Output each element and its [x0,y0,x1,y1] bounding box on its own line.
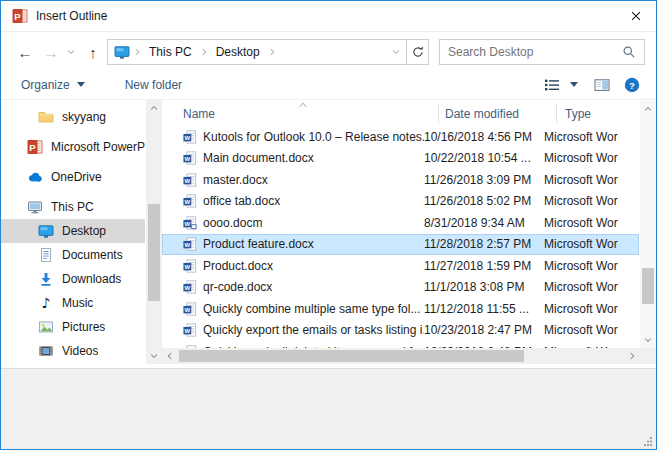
scroll-down-icon[interactable] [146,348,162,364]
scroll-up-icon[interactable] [640,101,656,117]
file-row[interactable]: Quickly mark all deleted items as read f… [162,341,639,348]
file-name-cell: master.docx [162,173,424,187]
organize-button[interactable]: Organize [15,78,91,92]
file-name-text: Kutools for Outlook 10.0 – Release notes… [203,130,424,144]
file-row[interactable]: Kutools for Outlook 10.0 – Release notes… [162,126,639,148]
scroll-down-icon[interactable] [640,332,656,348]
sidebar-item-skyyang[interactable]: skyyang [1,105,145,129]
chevron-down-icon [391,47,401,57]
folder-icon [38,109,54,125]
sidebar-item-onedrive[interactable]: OneDrive [1,165,145,189]
file-row[interactable]: Quickly export the emails or tasks listi… [162,320,639,342]
list-horizontal-scrollbar[interactable] [162,348,640,364]
file-row[interactable]: office tab.docx 11/26/2018 5:02 PM Micro… [162,191,639,213]
horizontal-scrollbar-thumb[interactable] [179,350,524,362]
file-row[interactable]: Main document.docx 10/22/2018 10:54 ... … [162,148,639,170]
search-icon[interactable] [622,45,636,59]
file-name-cell: Quickly combine multiple same type fol..… [162,302,424,316]
address-bar[interactable]: This PCDesktop [107,39,429,65]
desktop-icon [38,223,54,239]
sidebar-item-music[interactable]: Music [1,291,145,315]
file-row[interactable]: Product.docx 11/27/2018 1:59 PM Microsof… [162,255,639,277]
file-type-cell: Microsoft Wor [544,280,639,294]
sidebar-item-documents[interactable]: Documents [1,243,145,267]
preview-pane-icon[interactable] [594,77,610,93]
file-date-cell: 11/26/2018 3:09 PM [424,173,544,187]
file-date-cell: 11/28/2018 2:57 PM [424,237,544,251]
file-type-cell: Microsoft Wor [544,130,639,144]
file-name-cell: office tab.docx [162,194,424,208]
chevron-left-icon [165,351,175,361]
dialog-footer: File name: All Outlines (*.txt;*.rtf;*.d… [1,368,656,449]
close-button[interactable] [616,1,656,31]
file-row[interactable]: Product feature.docx 11/28/2018 2:57 PM … [162,234,639,256]
sidebar-item-label: Videos [62,344,98,358]
column-divider[interactable] [438,104,439,123]
file-name-text: Main document.docx [203,151,314,165]
scrollbar-corner [640,348,657,364]
column-header-type[interactable]: Type [565,107,640,121]
list-view-icon[interactable] [544,77,560,93]
chevron-down-icon [149,351,159,361]
sidebar-item-videos[interactable]: Videos [1,339,145,363]
file-row[interactable]: qr-code.docx 11/1/2018 3:08 PM Microsoft… [162,277,639,299]
file-row[interactable]: master.docx 11/26/2018 3:09 PM Microsoft… [162,169,639,191]
file-name-text: oooo.docm [203,216,262,230]
file-row[interactable]: oooo.docm 8/31/2018 9:34 AM Microsoft Wo… [162,212,639,234]
column-header-date-modified[interactable]: Date modified [445,107,565,121]
desktop-icon [114,44,130,60]
history-dropdown-button[interactable] [63,41,79,63]
chevron-right-icon [132,47,142,57]
sidebar-scrollbar-thumb[interactable] [148,204,160,301]
chevron-down-icon [643,335,653,345]
new-folder-button[interactable]: New folder [119,78,188,92]
worddoc-icon [183,237,197,251]
downloads-icon [38,271,54,287]
file-list: Kutools for Outlook 10.0 – Release notes… [162,126,639,348]
scroll-right-icon[interactable] [624,348,640,364]
music-icon [38,295,54,311]
list-vertical-scrollbar[interactable] [640,101,656,348]
file-row[interactable]: Quickly combine multiple same type fol..… [162,298,639,320]
list-scrollbar-thumb[interactable] [642,268,654,304]
worddoc-icon [183,323,197,337]
sidebar-item-label: Downloads [62,272,121,286]
up-button[interactable]: ↑ [81,41,105,63]
column-divider[interactable] [556,104,557,123]
dialog-title: Insert Outline [36,9,107,23]
file-type-cell: Microsoft Wor [544,216,639,230]
sidebar-item-desktop[interactable]: Desktop [1,219,145,243]
insert-outline-dialog: Insert Outline ← → ↑ This PCDesktop [0,0,657,450]
sidebar-item-this-pc[interactable]: This PC [1,195,145,219]
title-bar: Insert Outline [1,1,656,32]
resize-grip-icon[interactable] [643,436,653,446]
breadcrumb-item-desktop[interactable]: Desktop [211,45,265,59]
back-button[interactable]: ← [13,41,37,63]
chevron-up-icon [149,103,159,113]
views-dropdown-icon[interactable] [570,82,578,87]
worddoc-icon [183,302,197,316]
sidebar-scrollbar[interactable] [146,100,162,364]
scroll-up-icon[interactable] [146,100,162,116]
help-icon[interactable] [624,77,640,93]
search-input[interactable] [440,45,622,59]
worddoc-icon [183,259,197,273]
breadcrumb-item-this-pc[interactable]: This PC [144,45,197,59]
address-row: ← → ↑ This PCDesktop [1,33,656,70]
sidebar-item-downloads[interactable]: Downloads [1,267,145,291]
search-box [439,39,645,65]
chevron-right-icon [267,47,277,57]
address-dropdown-button[interactable] [386,40,406,64]
refresh-icon [411,45,425,59]
navigation-pane: skyyang Microsoft PowerP OneDrive This P… [1,100,145,363]
worddoc-icon [183,194,197,208]
forward-button[interactable]: → [39,41,63,63]
scroll-left-icon[interactable] [162,348,178,364]
sidebar-item-microsoft-powerp[interactable]: Microsoft PowerP [1,135,145,159]
new-folder-label: New folder [125,78,182,92]
sidebar-item-pictures[interactable]: Pictures [1,315,145,339]
file-date-cell: 11/27/2018 1:59 PM [424,259,544,273]
refresh-button[interactable] [406,40,428,64]
file-date-cell: 11/1/2018 3:08 PM [424,280,544,294]
sidebar-item-label: Pictures [62,320,105,334]
